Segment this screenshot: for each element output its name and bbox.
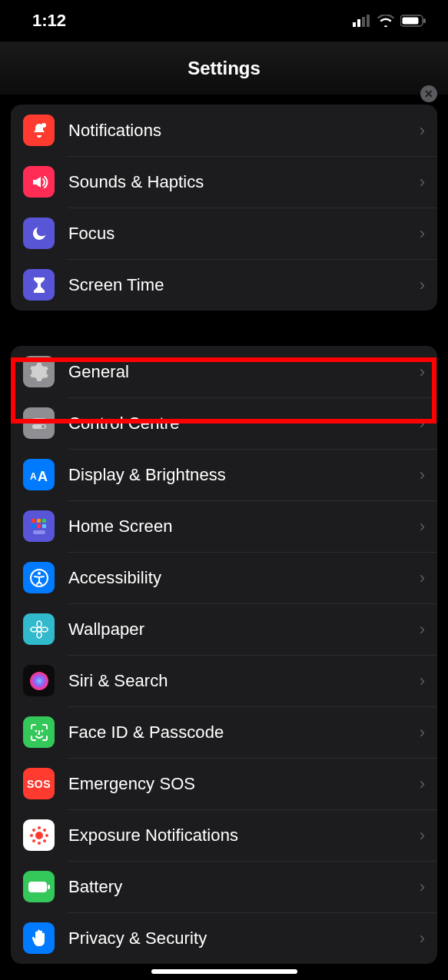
row-label: Control Centre [68, 414, 420, 434]
svg-rect-20 [33, 530, 45, 534]
status-time: 1:12 [32, 11, 66, 31]
chevron-right-icon: › [420, 671, 425, 691]
svg-point-32 [38, 826, 41, 829]
svg-point-27 [41, 627, 48, 632]
svg-point-30 [41, 730, 42, 731]
svg-point-22 [38, 572, 41, 575]
row-label: General [68, 362, 420, 382]
battery-icon [400, 15, 426, 27]
row-exposure-notifications[interactable]: Exposure Notifications › [11, 809, 437, 861]
row-notifications[interactable]: Notifications › [11, 105, 437, 156]
row-battery[interactable]: Battery › [11, 861, 437, 912]
svg-point-11 [41, 424, 44, 427]
toggles-icon [23, 407, 55, 439]
row-label: Display & Brightness [68, 465, 420, 485]
row-siri-search[interactable]: Siri & Search › [11, 655, 437, 706]
wifi-icon [377, 15, 394, 27]
row-label: Sounds & Haptics [68, 172, 420, 192]
row-home-screen[interactable]: Home Screen › [11, 500, 437, 552]
status-bar: 1:12 [0, 0, 448, 42]
moon-icon [23, 218, 55, 249]
chevron-right-icon: › [420, 362, 425, 382]
row-display-brightness[interactable]: A A Display & Brightness › [11, 449, 437, 500]
row-label: Notifications [68, 121, 420, 141]
svg-point-7 [41, 123, 46, 128]
svg-rect-2 [362, 17, 365, 27]
row-general[interactable]: General › [11, 346, 437, 397]
settings-group-2: General › Control Centre › A A [11, 346, 437, 964]
row-emergency-sos[interactable]: SOS Emergency SOS › [11, 758, 437, 809]
chevron-right-icon: › [420, 723, 425, 742]
row-screen-time[interactable]: Screen Time › [11, 259, 437, 311]
row-label: Exposure Notifications [68, 826, 420, 845]
app-grid-icon [23, 510, 55, 542]
cellular-icon [353, 15, 371, 27]
row-label: Home Screen [68, 517, 420, 537]
svg-point-26 [31, 627, 37, 632]
close-icon[interactable]: ✕ [420, 85, 437, 102]
chevron-right-icon: › [420, 275, 425, 295]
status-icons [353, 15, 426, 27]
page-title: Settings [187, 58, 261, 79]
row-label: Siri & Search [68, 671, 420, 691]
svg-point-35 [45, 834, 48, 837]
sos-icon: SOS [23, 768, 55, 799]
svg-rect-18 [37, 524, 41, 528]
exposure-icon [23, 819, 55, 851]
speaker-icon [23, 166, 55, 198]
text-size-icon: A A [23, 459, 55, 490]
bell-icon [23, 115, 55, 146]
svg-point-38 [32, 839, 35, 842]
svg-rect-19 [42, 524, 46, 528]
header: Settings ✕ [0, 42, 448, 95]
svg-rect-15 [37, 519, 41, 523]
row-control-centre[interactable]: Control Centre › [11, 397, 437, 449]
svg-point-39 [43, 839, 46, 842]
settings-scroll[interactable]: Notifications › Sounds & Haptics › Focus [0, 95, 448, 964]
chevron-right-icon: › [420, 826, 425, 845]
svg-rect-41 [48, 885, 50, 889]
chevron-right-icon: › [420, 414, 425, 434]
svg-point-33 [38, 842, 41, 845]
chevron-right-icon: › [420, 224, 425, 244]
siri-icon [23, 665, 55, 696]
chevron-right-icon: › [420, 877, 425, 897]
svg-rect-17 [32, 524, 35, 528]
row-privacy-security[interactable]: Privacy & Security › [11, 912, 437, 964]
row-label: Accessibility [68, 568, 420, 588]
svg-point-34 [30, 834, 33, 837]
chevron-right-icon: › [420, 568, 425, 588]
svg-point-23 [37, 627, 41, 632]
face-id-icon [23, 716, 55, 748]
svg-rect-3 [367, 15, 370, 27]
hourglass-icon [23, 269, 55, 301]
chevron-right-icon: › [420, 172, 425, 192]
svg-point-31 [35, 832, 43, 839]
chevron-right-icon: › [420, 774, 425, 794]
settings-group-1: Notifications › Sounds & Haptics › Focus [11, 105, 437, 311]
row-label: Screen Time [68, 275, 420, 295]
gear-icon [23, 356, 55, 387]
row-face-id-passcode[interactable]: Face ID & Passcode › [11, 706, 437, 758]
row-sounds-haptics[interactable]: Sounds & Haptics › [11, 156, 437, 208]
svg-point-9 [33, 418, 36, 421]
row-accessibility[interactable]: Accessibility › [11, 552, 437, 603]
chevron-right-icon: › [420, 620, 425, 639]
row-label: Privacy & Security [68, 929, 420, 948]
row-wallpaper[interactable]: Wallpaper › [11, 603, 437, 655]
home-indicator[interactable] [151, 969, 297, 974]
accessibility-icon [23, 562, 55, 593]
hand-icon [23, 922, 55, 954]
svg-rect-14 [32, 519, 35, 523]
chevron-right-icon: › [420, 517, 425, 537]
battery-full-icon [23, 871, 55, 902]
svg-rect-40 [28, 882, 47, 892]
svg-rect-6 [423, 18, 426, 23]
row-label: Emergency SOS [68, 774, 420, 794]
svg-rect-0 [353, 22, 356, 27]
svg-rect-1 [357, 19, 360, 27]
row-label: Battery [68, 877, 420, 897]
row-focus[interactable]: Focus › [11, 208, 437, 259]
svg-rect-5 [403, 18, 419, 25]
svg-point-29 [35, 730, 36, 731]
